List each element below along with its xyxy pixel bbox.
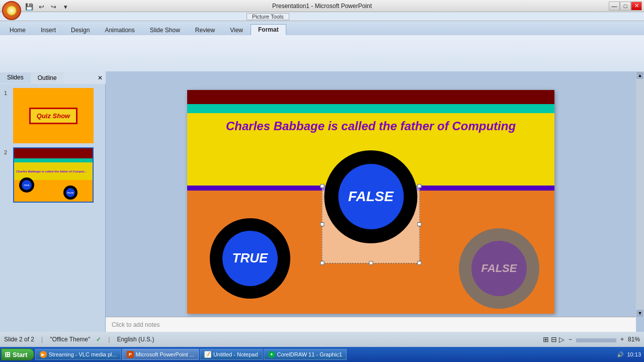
maximize-button[interactable]: □ [620, 2, 631, 11]
slide-2-number: 2 [4, 147, 11, 155]
handle-mid-left[interactable] [320, 222, 325, 226]
zoom-in-button[interactable]: + [620, 336, 624, 343]
slide-2-true-label: TRUE [22, 180, 32, 190]
false-center-label: FALSE [348, 189, 393, 205]
false-bottom-button[interactable]: FALSE [459, 228, 539, 309]
office-button[interactable] [2, 1, 21, 20]
slide-2-false-label: FALSE [66, 188, 75, 197]
slide-2-false-btn: FALSE [63, 186, 77, 200]
handle-top-right[interactable] [418, 184, 422, 188]
status-bar: Slide 2 of 2 | "Office Theme" ✓ | Englis… [0, 332, 644, 347]
handle-bot-left[interactable] [320, 261, 325, 265]
main-slide-area: Charles Babbage is called the father of … [106, 71, 636, 332]
tab-design[interactable]: Design [63, 24, 97, 35]
picture-tools-bar: Picture Tools [0, 12, 644, 21]
slide-1-row: 1 Quiz Show [4, 88, 101, 143]
slide-thumbnail-list: 1 Quiz Show 2 Charles Babbage is called … [0, 84, 105, 207]
slide-canvas[interactable]: Charles Babbage is called the father of … [187, 90, 554, 314]
slide-1-thumbnail[interactable]: Quiz Show [13, 88, 94, 143]
quick-access-toolbar: 💾 ↩ ↪ ▾ [24, 2, 70, 11]
view-icons[interactable]: ⊞ ⊟ ▷ [543, 335, 565, 343]
check-icon: ✓ [96, 336, 101, 343]
slide-2-question-text: Charles Babbage is called the father of … [16, 170, 87, 173]
slide-header-teal [187, 104, 554, 113]
coreldraw-label: CorelDRAW 11 - Graphic1 [277, 351, 342, 357]
normal-view-icon[interactable]: ⊞ [543, 335, 549, 343]
undo-button[interactable]: ↩ [36, 2, 46, 11]
notes-placeholder: Click to add notes [112, 321, 159, 328]
true-button-inner: TRUE [222, 231, 278, 286]
tab-insert[interactable]: Insert [33, 24, 63, 35]
slide-sorter-icon[interactable]: ⊟ [551, 335, 557, 343]
tab-format[interactable]: Format [251, 24, 286, 35]
false-center-inner: FALSE [338, 164, 404, 229]
zoom-slider[interactable] [576, 338, 616, 342]
taskbar-notepad[interactable]: 📝 Untitled - Notepad [200, 349, 263, 360]
slide-2-thumbnail[interactable]: Charles Babbage is called the father of … [13, 147, 94, 203]
status-right: ⊞ ⊟ ▷ − + 81% [543, 335, 640, 343]
vlc-icon: ▶ [40, 351, 47, 358]
notes-area[interactable]: Click to add notes [106, 317, 636, 332]
slide-question: Charles Babbage is called the father of … [197, 118, 544, 135]
taskbar-coreldraw[interactable]: ✦ CorelDRAW 11 - Graphic1 [264, 349, 347, 360]
taskbar-powerpoint[interactable]: P Microsoft PowerPoint ... [122, 349, 199, 360]
zoom-level: 81% [628, 336, 640, 343]
slide-2-bg: Charles Babbage is called the father of … [14, 148, 93, 202]
tab-home[interactable]: Home [2, 24, 33, 35]
start-label: Start [13, 351, 28, 358]
powerpoint-icon: P [127, 351, 134, 358]
zoom-out-button[interactable]: − [569, 336, 572, 343]
handle-bot-mid[interactable] [369, 261, 373, 265]
false-bottom-label: FALSE [481, 262, 517, 275]
taskbar-vlc[interactable]: ▶ Streaming - VLC media pl... [35, 349, 121, 360]
slide-1-bg: Quiz Show [13, 88, 94, 143]
notepad-icon: 📝 [204, 351, 211, 358]
redo-button[interactable]: ↪ [48, 2, 58, 11]
panel-close-button[interactable]: ✕ [95, 73, 106, 82]
false-center-button[interactable]: FALSE [325, 150, 418, 243]
tab-slides[interactable]: Slides [0, 72, 31, 83]
coreldraw-icon: ✦ [268, 351, 275, 358]
handle-mid-right[interactable] [418, 222, 422, 226]
tab-review[interactable]: Review [188, 24, 222, 35]
slide-2-row: 2 Charles Babbage is called the father o… [4, 147, 101, 203]
tab-slideshow[interactable]: Slide Show [142, 24, 188, 35]
ribbon: Home Insert Design Animations Slide Show… [0, 21, 644, 71]
slide-1-title: Quiz Show [29, 108, 77, 124]
tab-animations[interactable]: Animations [97, 24, 142, 35]
window-title: Presentation1 - Microsoft PowerPoint [272, 3, 372, 10]
true-button-label: TRUE [232, 250, 268, 266]
taskbar: ⊞ Start ▶ Streaming - VLC media pl... P … [0, 347, 644, 362]
ribbon-content [0, 35, 644, 71]
theme-info: "Office Theme" [50, 336, 90, 343]
windows-logo-icon: ⊞ [5, 350, 11, 358]
tab-outline[interactable]: Outline [31, 72, 64, 83]
handle-bot-right[interactable] [418, 261, 422, 265]
picture-tools-label: Picture Tools [247, 13, 289, 20]
network-icon: 🔊 [617, 351, 624, 358]
language-info: English (U.S.) [117, 336, 154, 343]
start-button[interactable]: ⊞ Start [1, 348, 34, 360]
slides-panel: 1 Quiz Show 2 Charles Babbage is called … [0, 84, 106, 338]
slide-2-true-btn: TRUE [19, 177, 34, 193]
system-tray: 🔊 10:13 [617, 351, 643, 358]
close-button[interactable]: ✕ [631, 2, 642, 11]
slide-1-number: 1 [4, 88, 11, 96]
slideshow-icon[interactable]: ▷ [559, 335, 565, 343]
save-button[interactable]: 💾 [24, 2, 34, 11]
powerpoint-label: Microsoft PowerPoint ... [136, 351, 194, 357]
slide-2-teal [14, 158, 93, 162]
minimize-button[interactable]: — [609, 2, 620, 11]
true-button[interactable]: TRUE [210, 218, 290, 299]
customize-button[interactable]: ▾ [60, 2, 70, 11]
handle-top-left[interactable] [320, 184, 325, 188]
right-scrollbar[interactable]: ▲ ▼ [636, 71, 644, 317]
notepad-label: Untitled - Notepad [213, 351, 258, 357]
panel-header: Slides Outline ✕ [0, 71, 106, 84]
false-bottom-inner: FALSE [471, 241, 527, 296]
clock: 10:13 [627, 351, 641, 357]
title-bar: 💾 ↩ ↪ ▾ Presentation1 - Microsoft PowerP… [0, 0, 644, 12]
slide-header-dark [187, 90, 554, 104]
tab-view[interactable]: View [222, 24, 251, 35]
vlc-label: Streaming - VLC media pl... [49, 351, 117, 357]
